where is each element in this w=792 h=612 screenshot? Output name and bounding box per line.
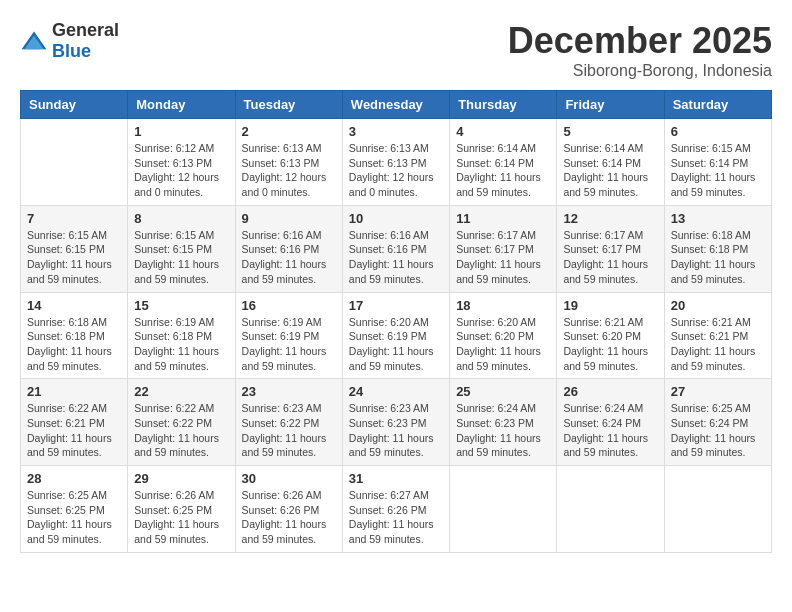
day-number: 30 xyxy=(242,471,336,486)
calendar-cell: 9Sunrise: 6:16 AM Sunset: 6:16 PM Daylig… xyxy=(235,205,342,292)
calendar-cell: 11Sunrise: 6:17 AM Sunset: 6:17 PM Dayli… xyxy=(450,205,557,292)
calendar-cell: 12Sunrise: 6:17 AM Sunset: 6:17 PM Dayli… xyxy=(557,205,664,292)
day-info: Sunrise: 6:15 AM Sunset: 6:14 PM Dayligh… xyxy=(671,141,765,200)
calendar-cell: 13Sunrise: 6:18 AM Sunset: 6:18 PM Dayli… xyxy=(664,205,771,292)
calendar-cell: 30Sunrise: 6:26 AM Sunset: 6:26 PM Dayli… xyxy=(235,466,342,553)
day-number: 27 xyxy=(671,384,765,399)
day-info: Sunrise: 6:17 AM Sunset: 6:17 PM Dayligh… xyxy=(456,228,550,287)
calendar-cell: 4Sunrise: 6:14 AM Sunset: 6:14 PM Daylig… xyxy=(450,119,557,206)
calendar-cell: 24Sunrise: 6:23 AM Sunset: 6:23 PM Dayli… xyxy=(342,379,449,466)
day-number: 29 xyxy=(134,471,228,486)
day-info: Sunrise: 6:19 AM Sunset: 6:19 PM Dayligh… xyxy=(242,315,336,374)
day-number: 22 xyxy=(134,384,228,399)
calendar-cell: 31Sunrise: 6:27 AM Sunset: 6:26 PM Dayli… xyxy=(342,466,449,553)
calendar-cell: 29Sunrise: 6:26 AM Sunset: 6:25 PM Dayli… xyxy=(128,466,235,553)
month-title: December 2025 xyxy=(508,20,772,62)
day-number: 19 xyxy=(563,298,657,313)
day-number: 14 xyxy=(27,298,121,313)
calendar-table: SundayMondayTuesdayWednesdayThursdayFrid… xyxy=(20,90,772,553)
calendar-cell: 19Sunrise: 6:21 AM Sunset: 6:20 PM Dayli… xyxy=(557,292,664,379)
calendar-cell: 27Sunrise: 6:25 AM Sunset: 6:24 PM Dayli… xyxy=(664,379,771,466)
calendar-cell xyxy=(450,466,557,553)
day-info: Sunrise: 6:23 AM Sunset: 6:22 PM Dayligh… xyxy=(242,401,336,460)
calendar-week-row: 1Sunrise: 6:12 AM Sunset: 6:13 PM Daylig… xyxy=(21,119,772,206)
day-number: 10 xyxy=(349,211,443,226)
day-number: 28 xyxy=(27,471,121,486)
calendar-cell: 1Sunrise: 6:12 AM Sunset: 6:13 PM Daylig… xyxy=(128,119,235,206)
weekday-header: Sunday xyxy=(21,91,128,119)
calendar-cell: 14Sunrise: 6:18 AM Sunset: 6:18 PM Dayli… xyxy=(21,292,128,379)
title-area: December 2025 Siborong-Borong, Indonesia xyxy=(508,20,772,80)
day-info: Sunrise: 6:26 AM Sunset: 6:25 PM Dayligh… xyxy=(134,488,228,547)
calendar-cell: 16Sunrise: 6:19 AM Sunset: 6:19 PM Dayli… xyxy=(235,292,342,379)
day-info: Sunrise: 6:21 AM Sunset: 6:21 PM Dayligh… xyxy=(671,315,765,374)
calendar-cell: 25Sunrise: 6:24 AM Sunset: 6:23 PM Dayli… xyxy=(450,379,557,466)
day-info: Sunrise: 6:15 AM Sunset: 6:15 PM Dayligh… xyxy=(27,228,121,287)
page-header: General Blue December 2025 Siborong-Boro… xyxy=(20,20,772,80)
day-number: 9 xyxy=(242,211,336,226)
day-number: 11 xyxy=(456,211,550,226)
day-number: 16 xyxy=(242,298,336,313)
calendar-cell: 7Sunrise: 6:15 AM Sunset: 6:15 PM Daylig… xyxy=(21,205,128,292)
day-number: 25 xyxy=(456,384,550,399)
day-info: Sunrise: 6:24 AM Sunset: 6:23 PM Dayligh… xyxy=(456,401,550,460)
location-title: Siborong-Borong, Indonesia xyxy=(508,62,772,80)
day-info: Sunrise: 6:16 AM Sunset: 6:16 PM Dayligh… xyxy=(242,228,336,287)
day-info: Sunrise: 6:25 AM Sunset: 6:24 PM Dayligh… xyxy=(671,401,765,460)
calendar-cell: 26Sunrise: 6:24 AM Sunset: 6:24 PM Dayli… xyxy=(557,379,664,466)
day-number: 2 xyxy=(242,124,336,139)
calendar-cell: 17Sunrise: 6:20 AM Sunset: 6:19 PM Dayli… xyxy=(342,292,449,379)
weekday-header: Thursday xyxy=(450,91,557,119)
calendar-cell xyxy=(557,466,664,553)
day-number: 21 xyxy=(27,384,121,399)
calendar-cell: 18Sunrise: 6:20 AM Sunset: 6:20 PM Dayli… xyxy=(450,292,557,379)
day-info: Sunrise: 6:14 AM Sunset: 6:14 PM Dayligh… xyxy=(563,141,657,200)
day-info: Sunrise: 6:18 AM Sunset: 6:18 PM Dayligh… xyxy=(27,315,121,374)
logo-blue-text: Blue xyxy=(52,41,91,61)
day-info: Sunrise: 6:27 AM Sunset: 6:26 PM Dayligh… xyxy=(349,488,443,547)
day-info: Sunrise: 6:18 AM Sunset: 6:18 PM Dayligh… xyxy=(671,228,765,287)
day-number: 13 xyxy=(671,211,765,226)
day-info: Sunrise: 6:22 AM Sunset: 6:22 PM Dayligh… xyxy=(134,401,228,460)
day-number: 15 xyxy=(134,298,228,313)
calendar-cell: 10Sunrise: 6:16 AM Sunset: 6:16 PM Dayli… xyxy=(342,205,449,292)
day-number: 17 xyxy=(349,298,443,313)
day-info: Sunrise: 6:20 AM Sunset: 6:19 PM Dayligh… xyxy=(349,315,443,374)
day-info: Sunrise: 6:24 AM Sunset: 6:24 PM Dayligh… xyxy=(563,401,657,460)
calendar-cell: 23Sunrise: 6:23 AM Sunset: 6:22 PM Dayli… xyxy=(235,379,342,466)
day-info: Sunrise: 6:23 AM Sunset: 6:23 PM Dayligh… xyxy=(349,401,443,460)
calendar-week-row: 14Sunrise: 6:18 AM Sunset: 6:18 PM Dayli… xyxy=(21,292,772,379)
day-number: 6 xyxy=(671,124,765,139)
day-number: 20 xyxy=(671,298,765,313)
calendar-cell: 15Sunrise: 6:19 AM Sunset: 6:18 PM Dayli… xyxy=(128,292,235,379)
day-info: Sunrise: 6:19 AM Sunset: 6:18 PM Dayligh… xyxy=(134,315,228,374)
day-number: 12 xyxy=(563,211,657,226)
day-info: Sunrise: 6:12 AM Sunset: 6:13 PM Dayligh… xyxy=(134,141,228,200)
logo-icon xyxy=(20,30,48,52)
day-info: Sunrise: 6:16 AM Sunset: 6:16 PM Dayligh… xyxy=(349,228,443,287)
day-info: Sunrise: 6:14 AM Sunset: 6:14 PM Dayligh… xyxy=(456,141,550,200)
day-number: 23 xyxy=(242,384,336,399)
calendar-week-row: 7Sunrise: 6:15 AM Sunset: 6:15 PM Daylig… xyxy=(21,205,772,292)
day-number: 26 xyxy=(563,384,657,399)
calendar-week-row: 28Sunrise: 6:25 AM Sunset: 6:25 PM Dayli… xyxy=(21,466,772,553)
day-number: 4 xyxy=(456,124,550,139)
day-number: 8 xyxy=(134,211,228,226)
day-info: Sunrise: 6:22 AM Sunset: 6:21 PM Dayligh… xyxy=(27,401,121,460)
calendar-cell xyxy=(21,119,128,206)
calendar-week-row: 21Sunrise: 6:22 AM Sunset: 6:21 PM Dayli… xyxy=(21,379,772,466)
day-info: Sunrise: 6:21 AM Sunset: 6:20 PM Dayligh… xyxy=(563,315,657,374)
calendar-cell: 28Sunrise: 6:25 AM Sunset: 6:25 PM Dayli… xyxy=(21,466,128,553)
calendar-cell: 6Sunrise: 6:15 AM Sunset: 6:14 PM Daylig… xyxy=(664,119,771,206)
day-info: Sunrise: 6:25 AM Sunset: 6:25 PM Dayligh… xyxy=(27,488,121,547)
weekday-header-row: SundayMondayTuesdayWednesdayThursdayFrid… xyxy=(21,91,772,119)
day-info: Sunrise: 6:26 AM Sunset: 6:26 PM Dayligh… xyxy=(242,488,336,547)
logo-general-text: General xyxy=(52,20,119,40)
day-info: Sunrise: 6:13 AM Sunset: 6:13 PM Dayligh… xyxy=(242,141,336,200)
day-number: 18 xyxy=(456,298,550,313)
day-info: Sunrise: 6:20 AM Sunset: 6:20 PM Dayligh… xyxy=(456,315,550,374)
weekday-header: Tuesday xyxy=(235,91,342,119)
weekday-header: Saturday xyxy=(664,91,771,119)
day-number: 1 xyxy=(134,124,228,139)
calendar-cell: 5Sunrise: 6:14 AM Sunset: 6:14 PM Daylig… xyxy=(557,119,664,206)
